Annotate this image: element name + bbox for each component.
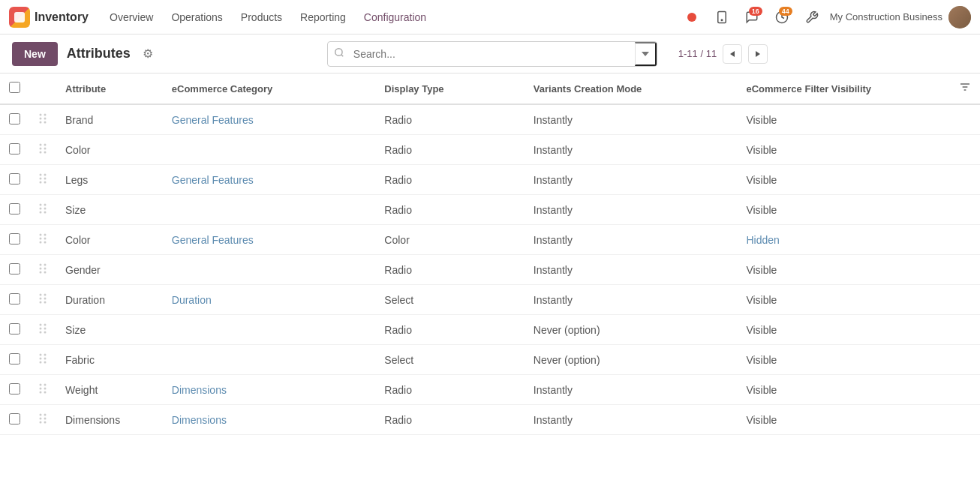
- header-drag: [29, 74, 56, 104]
- table-row[interactable]: DurationDurationSelectInstantlyVisible: [0, 285, 980, 315]
- row-checkbox[interactable]: [9, 173, 20, 184]
- cell-ecommerce-filter-visibility: Visible: [737, 165, 950, 195]
- table-row[interactable]: WeightDimensionsRadioInstantlyVisible: [0, 375, 980, 405]
- cell-settings: [950, 345, 980, 375]
- row-checkbox[interactable]: [9, 263, 20, 274]
- svg-point-52: [40, 302, 42, 304]
- row-checkbox[interactable]: [9, 353, 20, 364]
- cell-display-type: Radio: [375, 375, 525, 405]
- cell-ecommerce-category[interactable]: Dimensions: [163, 405, 376, 435]
- cell-ecommerce-filter-visibility: Visible: [737, 255, 950, 285]
- row-checkbox[interactable]: [9, 293, 20, 304]
- svg-point-68: [40, 388, 42, 390]
- select-all-checkbox[interactable]: [9, 82, 20, 93]
- filter-settings-icon[interactable]: [959, 82, 971, 95]
- brand-logo[interactable]: Inventory: [9, 7, 89, 28]
- search-input[interactable]: [350, 44, 635, 64]
- search-bar: [327, 41, 657, 67]
- svg-point-29: [44, 182, 47, 184]
- table-row[interactable]: SizeRadioInstantlyVisible: [0, 195, 980, 225]
- nav-overview[interactable]: Overview: [102, 7, 161, 28]
- gear-button[interactable]: ⚙: [143, 46, 153, 61]
- svg-point-14: [40, 118, 42, 120]
- nav-reporting[interactable]: Reporting: [293, 7, 353, 28]
- ecommerce-category-link[interactable]: Dimensions: [172, 414, 227, 426]
- table-row[interactable]: BrandGeneral FeaturesRadioInstantlyVisib…: [0, 104, 980, 135]
- user-avatar[interactable]: [948, 6, 971, 28]
- cell-settings: [950, 104, 980, 135]
- cell-ecommerce-category[interactable]: General Features: [163, 104, 376, 135]
- table-row[interactable]: ColorRadioInstantlyVisible: [0, 135, 980, 165]
- tools-icon[interactable]: [800, 5, 824, 29]
- svg-point-60: [40, 354, 42, 356]
- cell-settings: [950, 225, 980, 255]
- svg-point-13: [44, 114, 47, 116]
- drag-handle: [29, 225, 56, 255]
- svg-point-38: [40, 238, 42, 240]
- user-name: My Construction Business: [830, 11, 942, 22]
- cell-display-type: Radio: [375, 255, 525, 285]
- cell-attribute: Color: [56, 135, 163, 165]
- nav-products[interactable]: Products: [233, 7, 290, 28]
- svg-point-73: [44, 414, 47, 416]
- cell-settings: [950, 255, 980, 285]
- table-row[interactable]: GenderRadioInstantlyVisible: [0, 255, 980, 285]
- cell-settings: [950, 195, 980, 225]
- table-row[interactable]: LegsGeneral FeaturesRadioInstantlyVisibl…: [0, 165, 980, 195]
- svg-point-69: [44, 388, 47, 390]
- header-ecommerce-filter-visibility: eCommerce Filter Visibility: [737, 74, 950, 104]
- ecommerce-category-link[interactable]: General Features: [172, 114, 254, 126]
- ecommerce-category-link[interactable]: Duration: [172, 294, 212, 306]
- cell-ecommerce-category[interactable]: General Features: [163, 165, 376, 195]
- svg-point-30: [40, 204, 42, 206]
- row-checkbox[interactable]: [9, 413, 20, 424]
- phone-icon[interactable]: [710, 5, 734, 29]
- prev-page-button[interactable]: [723, 44, 742, 64]
- svg-point-53: [44, 302, 47, 304]
- svg-point-31: [44, 204, 47, 206]
- svg-point-77: [44, 422, 47, 424]
- nav-operations[interactable]: Operations: [164, 7, 230, 28]
- nav-configuration[interactable]: Configuration: [356, 7, 434, 28]
- next-page-button[interactable]: [748, 44, 768, 64]
- table-row[interactable]: ColorGeneral FeaturesColorInstantlyHidde…: [0, 225, 980, 255]
- cell-attribute: Color: [56, 225, 163, 255]
- cell-display-type: Color: [375, 225, 525, 255]
- row-checkbox[interactable]: [9, 113, 20, 124]
- ecommerce-category-link[interactable]: General Features: [172, 234, 254, 246]
- row-checkbox[interactable]: [9, 203, 20, 214]
- row-checkbox[interactable]: [9, 383, 20, 394]
- row-checkbox[interactable]: [9, 233, 20, 244]
- svg-point-16: [40, 122, 42, 124]
- svg-point-39: [44, 238, 47, 240]
- table-row[interactable]: SizeRadioNever (option)Visible: [0, 315, 980, 345]
- cell-attribute: Fabric: [56, 345, 163, 375]
- cell-ecommerce-filter-visibility: Visible: [737, 345, 950, 375]
- cell-ecommerce-category[interactable]: General Features: [163, 225, 376, 255]
- ecommerce-category-link[interactable]: General Features: [172, 174, 254, 186]
- chat-icon[interactable]: 16: [740, 5, 764, 29]
- svg-point-42: [40, 264, 42, 266]
- cell-settings: [950, 375, 980, 405]
- row-checkbox[interactable]: [9, 323, 20, 334]
- red-dot-icon[interactable]: [680, 5, 704, 29]
- cell-ecommerce-category[interactable]: Duration: [163, 285, 376, 315]
- svg-point-67: [44, 384, 47, 386]
- search-dropdown-button[interactable]: [635, 42, 657, 66]
- ecommerce-category-link[interactable]: Dimensions: [172, 384, 227, 396]
- svg-point-58: [40, 332, 42, 334]
- table-row[interactable]: FabricSelectNever (option)Visible: [0, 345, 980, 375]
- svg-point-56: [40, 328, 42, 330]
- row-checkbox[interactable]: [9, 143, 20, 154]
- svg-marker-8: [756, 51, 760, 57]
- clock-icon[interactable]: 44: [770, 5, 794, 29]
- cell-ecommerce-category[interactable]: Dimensions: [163, 375, 376, 405]
- attributes-table: Attribute eCommerce Category Display Typ…: [0, 74, 980, 435]
- cell-ecommerce-category: [163, 345, 376, 375]
- cell-display-type: Select: [375, 345, 525, 375]
- new-button[interactable]: New: [12, 42, 58, 66]
- table-header: Attribute eCommerce Category Display Typ…: [0, 74, 980, 104]
- table-row[interactable]: DimensionsDimensionsRadioInstantlyVisibl…: [0, 405, 980, 435]
- cell-attribute: Size: [56, 195, 163, 225]
- svg-point-32: [40, 208, 42, 210]
